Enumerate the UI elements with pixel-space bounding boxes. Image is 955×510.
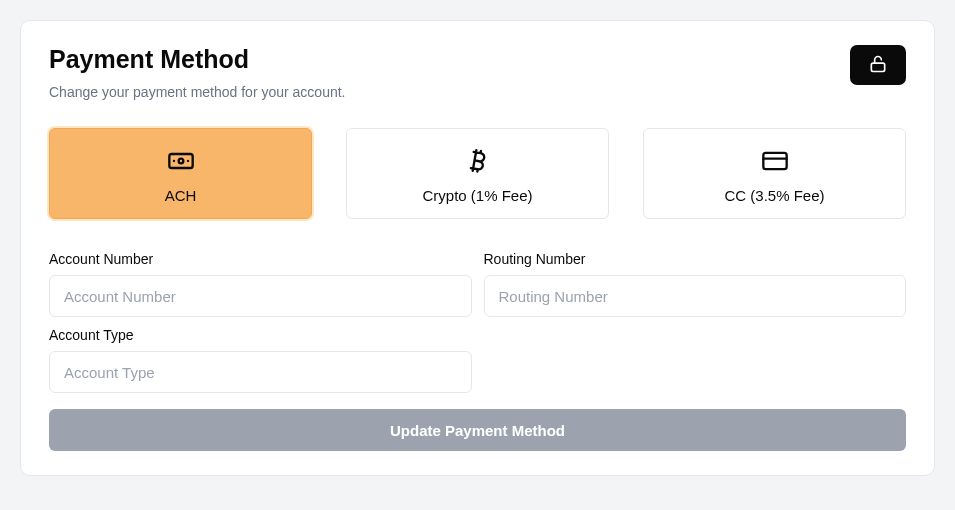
unlock-icon (868, 54, 888, 77)
account-type-input[interactable] (49, 351, 472, 393)
account-number-field-group: Account Number (49, 251, 472, 317)
svg-point-2 (178, 159, 183, 164)
svg-rect-3 (763, 153, 786, 169)
account-number-input[interactable] (49, 275, 472, 317)
bitcoin-icon (464, 147, 492, 175)
header-text: Payment Method Change your payment metho… (49, 45, 346, 128)
page-subtitle: Change your payment method for your acco… (49, 84, 346, 100)
method-option-crypto[interactable]: Crypto (1% Fee) (346, 128, 609, 219)
method-label: Crypto (1% Fee) (422, 187, 532, 204)
page-title: Payment Method (49, 45, 346, 74)
lock-button[interactable] (850, 45, 906, 85)
method-option-ach[interactable]: ACH (49, 128, 312, 219)
payment-method-options: ACH Crypto (1% Fee) CC (3.5% Fee) (49, 128, 906, 219)
credit-card-icon (761, 147, 789, 175)
routing-number-input[interactable] (484, 275, 907, 317)
payment-method-card: Payment Method Change your payment metho… (20, 20, 935, 476)
method-label: ACH (165, 187, 197, 204)
account-number-label: Account Number (49, 251, 472, 267)
svg-rect-0 (871, 63, 884, 71)
update-payment-method-button[interactable]: Update Payment Method (49, 409, 906, 451)
method-label: CC (3.5% Fee) (724, 187, 824, 204)
account-type-field-group: Account Type (49, 327, 472, 393)
card-header: Payment Method Change your payment metho… (49, 45, 906, 128)
routing-number-label: Routing Number (484, 251, 907, 267)
form-fields: Account Number Routing Number Account Ty… (49, 251, 906, 393)
routing-number-field-group: Routing Number (484, 251, 907, 317)
account-type-label: Account Type (49, 327, 472, 343)
method-option-cc[interactable]: CC (3.5% Fee) (643, 128, 906, 219)
banknote-icon (167, 147, 195, 175)
